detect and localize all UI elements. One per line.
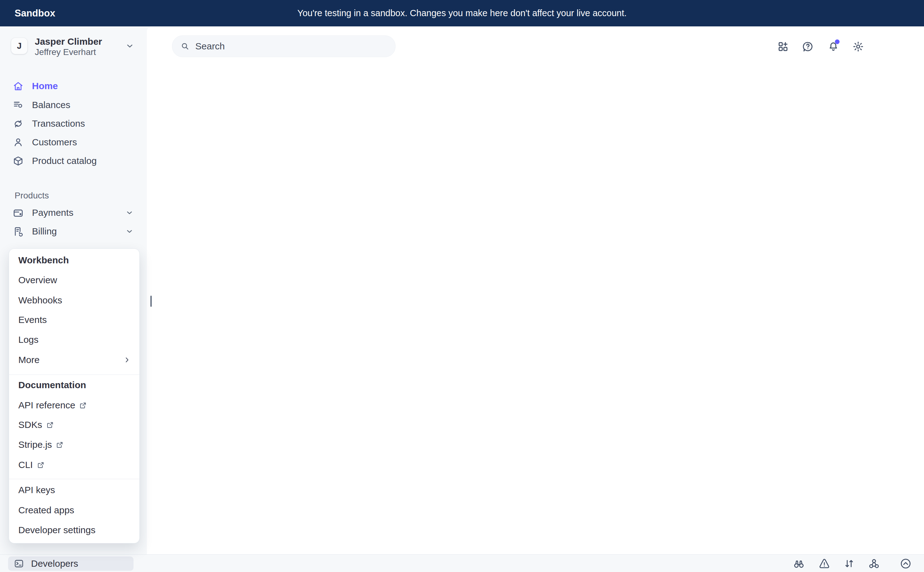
sidebar-item-label: Home — [32, 81, 58, 91]
balances-icon — [12, 99, 24, 111]
external-link-icon — [79, 401, 87, 410]
avatar-initial: J — [17, 41, 22, 51]
menu-divider — [9, 479, 140, 479]
chevron-down-icon — [126, 227, 134, 235]
menu-header-workbench: Workbench — [9, 250, 140, 270]
menu-divider — [9, 375, 140, 375]
home-icon — [12, 81, 24, 92]
menu-item-webhooks[interactable]: Webhooks — [9, 290, 140, 310]
sidebar-item-label: Payments — [32, 207, 73, 218]
notifications-bell-icon[interactable] — [828, 41, 839, 53]
sandbox-banner: You're testing in a sandbox. Changes you… — [0, 0, 924, 26]
search-icon — [180, 42, 190, 51]
developers-label: Developers — [31, 558, 78, 569]
sidebar-item-product-catalog[interactable]: Product catalog — [12, 152, 137, 170]
account-org: Jeffrey Everhart — [35, 47, 96, 57]
chevron-down-icon — [126, 209, 134, 217]
external-link-icon — [56, 441, 64, 449]
search-input[interactable] — [195, 36, 388, 57]
menu-item-stripejs[interactable]: Stripe.js — [9, 435, 140, 455]
collapse-panel-icon[interactable] — [899, 557, 912, 570]
api-requests-sort-icon[interactable] — [843, 557, 856, 570]
sandbox-banner-brand: Sandbox — [15, 0, 55, 26]
menu-header-documentation: Documentation — [9, 375, 140, 395]
external-link-icon — [37, 461, 45, 469]
sidebar-item-transactions[interactable]: Transactions — [12, 115, 137, 133]
wallet-icon — [12, 207, 24, 219]
settings-gear-icon[interactable] — [852, 41, 864, 53]
sidebar-item-balances[interactable]: Balances — [12, 96, 137, 114]
main-content-panel — [147, 26, 924, 572]
menu-item-cli[interactable]: CLI — [9, 455, 140, 475]
sidebar-item-payments[interactable]: Payments — [12, 204, 137, 222]
errors-warning-icon[interactable] — [818, 557, 831, 570]
sidebar-section-products: Products — [15, 191, 49, 201]
chevron-right-icon — [123, 356, 131, 364]
external-link-icon — [46, 421, 54, 429]
apps-grid-icon[interactable] — [777, 41, 789, 53]
menu-item-api-reference[interactable]: API reference — [9, 395, 140, 415]
sidebar-item-billing[interactable]: Billing — [12, 222, 137, 240]
developers-menu: Workbench Overview Webhooks Events Logs … — [9, 249, 140, 543]
sidebar-item-label: Customers — [32, 137, 77, 148]
menu-item-overview[interactable]: Overview — [9, 270, 140, 290]
terminal-icon — [14, 558, 24, 569]
menu-item-logs[interactable]: Logs — [9, 330, 140, 350]
sidebar-item-label: Billing — [32, 226, 57, 236]
sidebar-item-home[interactable]: Home — [12, 77, 137, 95]
sidebar-item-label: Balances — [32, 99, 70, 110]
search-bar[interactable] — [172, 36, 396, 57]
avatar: J — [11, 38, 27, 54]
box-icon — [12, 155, 24, 167]
webhook-icon[interactable] — [868, 557, 880, 570]
transactions-icon — [12, 118, 24, 129]
sidebar-resize-handle[interactable] — [150, 295, 152, 307]
menu-item-sdks[interactable]: SDKs — [9, 415, 140, 435]
menu-item-developer-settings[interactable]: Developer settings — [9, 520, 140, 540]
developers-toggle[interactable]: Developers — [8, 556, 134, 571]
inspector-binoculars-icon[interactable] — [793, 557, 805, 570]
invoice-icon — [12, 226, 24, 237]
menu-item-events[interactable]: Events — [9, 310, 140, 330]
sidebar-item-customers[interactable]: Customers — [12, 133, 137, 151]
sidebar-item-label: Product catalog — [32, 155, 96, 166]
developers-footer-bar: Developers — [0, 554, 924, 572]
notification-dot — [835, 39, 840, 44]
sidebar-item-label: Transactions — [32, 118, 85, 129]
account-name: Jasper Climber — [35, 36, 102, 47]
menu-item-more[interactable]: More — [9, 350, 140, 370]
customers-icon — [12, 137, 24, 148]
menu-item-api-keys[interactable]: API keys — [9, 480, 140, 500]
chevron-down-icon — [126, 42, 134, 50]
sandbox-banner-message: You're testing in a sandbox. Changes you… — [0, 0, 924, 26]
account-switcher[interactable]: J Jasper Climber Jeffrey Everhart — [0, 31, 143, 61]
help-icon[interactable] — [802, 41, 814, 53]
menu-item-created-apps[interactable]: Created apps — [9, 500, 140, 520]
